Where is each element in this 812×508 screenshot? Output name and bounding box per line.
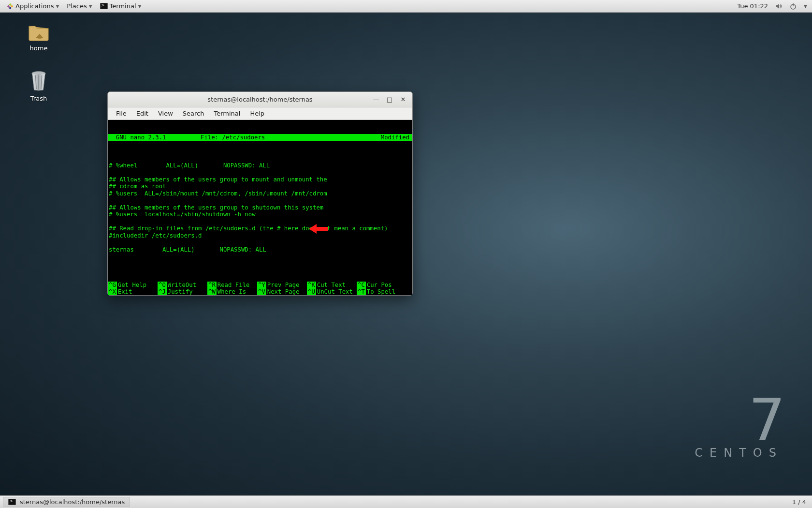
trash-icon [29, 71, 48, 92]
nano-shortcut: ^YPrev Page [257, 282, 307, 288]
shortcut-label: Get Help [117, 282, 148, 289]
shortcut-label: WriteOut [167, 282, 198, 289]
shortcut-key: ^C [357, 282, 366, 289]
minimize-button[interactable]: — [373, 96, 379, 103]
taskbar-item-label: sternas@localhost:/home/sternas [20, 498, 125, 506]
desktop-icon-trash[interactable]: Trash [14, 71, 63, 102]
nano-file: File: /etc/sudoers [201, 134, 381, 141]
shortcut-key: ^J [158, 288, 167, 296]
clock[interactable]: Tue 01:22 [737, 2, 768, 10]
nano-shortcut: ^JJustify [158, 288, 207, 295]
menu-terminal[interactable]: Terminal [209, 108, 245, 119]
top-task-terminal[interactable]: Terminal ▼ [96, 0, 145, 12]
terminal-window: sternas@localhost:/home/sternas — □ ✕ Fi… [107, 91, 413, 296]
shortcut-key: ^V [257, 288, 266, 296]
volume-icon[interactable] [775, 2, 783, 10]
shortcut-label: UnCut Text [316, 288, 355, 296]
menubar: File Edit View Search Terminal Help [108, 107, 412, 120]
shortcut-label: Justify [167, 288, 195, 296]
nano-shortcut: ^XExit [108, 288, 158, 295]
places-label: Places [67, 2, 87, 10]
menu-edit[interactable]: Edit [132, 108, 153, 119]
watermark-seven: 7 [695, 397, 783, 443]
chevron-down-icon[interactable]: ▼ [804, 4, 807, 9]
shortcut-key: ^G [108, 282, 117, 289]
shortcut-label: Prev Page [266, 282, 302, 289]
shortcut-label: Cut Text [316, 282, 348, 289]
shortcut-label: Read File [217, 282, 252, 289]
titlebar[interactable]: sternas@localhost:/home/sternas — □ ✕ [108, 92, 412, 107]
shortcut-label: Next Page [266, 288, 302, 296]
system-tray: Tue 01:22 ▼ [737, 2, 809, 10]
shortcut-key: ^K [307, 282, 316, 289]
nano-modified: Modified [381, 134, 411, 141]
menu-help[interactable]: Help [246, 108, 269, 119]
nano-shortcut: ^CCur Pos [357, 282, 406, 288]
top-task-label: Terminal [110, 2, 136, 10]
nano-shortcut: ^TTo Spell [357, 288, 406, 295]
centos-logo-icon [7, 3, 14, 10]
shortcut-key: ^U [307, 288, 316, 296]
terminal-icon [8, 499, 16, 505]
nano-shortcut: ^VNext Page [257, 288, 307, 295]
svg-rect-2 [7, 5, 10, 7]
nano-shortcut: ^UUnCut Text [307, 288, 357, 295]
nano-shortcut: ^RRead File [207, 282, 257, 288]
window-title: sternas@localhost:/home/sternas [108, 96, 412, 103]
bottom-panel: sternas@localhost:/home/sternas 1 / 4 [0, 495, 812, 508]
power-icon[interactable] [789, 2, 797, 10]
annotation-arrow-icon [288, 217, 328, 242]
nano-content[interactable]: # %wheel ALL=(ALL) NOPASSWD: ALL ## Allo… [108, 155, 412, 253]
desktop-icon-label: Trash [14, 95, 63, 102]
menu-view[interactable]: View [154, 108, 177, 119]
nano-app: GNU nano 2.3.1 [109, 134, 201, 141]
svg-rect-6 [38, 36, 41, 39]
shortcut-label: To Spell [366, 288, 397, 296]
nano-shortcut: ^GGet Help [108, 282, 158, 288]
shortcut-key: ^R [207, 282, 217, 289]
shortcut-label: Where Is [217, 288, 248, 296]
nano-footer: ^GGet Help^OWriteOut^RRead File^YPrev Pa… [108, 282, 412, 295]
desktop-icon-label: home [14, 45, 63, 52]
chevron-down-icon: ▼ [89, 4, 92, 9]
nano-shortcut: ^OWriteOut [158, 282, 207, 288]
top-panel: Applications ▼ Places ▼ Terminal ▼ Tue 0… [0, 0, 812, 13]
applications-label: Applications [15, 2, 54, 10]
desktop-icon-home[interactable]: home [14, 22, 63, 52]
svg-rect-3 [9, 6, 11, 9]
maximize-button[interactable]: □ [386, 96, 393, 103]
applications-menu[interactable]: Applications ▼ [3, 0, 63, 12]
shortcut-key: ^X [108, 288, 117, 296]
close-button[interactable]: ✕ [400, 96, 406, 103]
menu-file[interactable]: File [112, 108, 131, 119]
nano-shortcut: ^WWhere Is [207, 288, 257, 295]
shortcut-key: ^W [207, 288, 217, 296]
shortcut-label: Cur Pos [366, 282, 394, 289]
shortcut-key: ^Y [257, 282, 266, 289]
shortcut-key: ^O [158, 282, 167, 289]
folder-home-icon [28, 22, 49, 42]
menu-search[interactable]: Search [178, 108, 209, 119]
chevron-down-icon: ▼ [56, 4, 59, 9]
taskbar-item-terminal[interactable]: sternas@localhost:/home/sternas [3, 497, 130, 507]
terminal-icon [100, 3, 108, 9]
places-menu[interactable]: Places ▼ [63, 0, 96, 12]
nano-shortcut: ^KCut Text [307, 282, 357, 288]
shortcut-label: Exit [117, 288, 134, 296]
nano-header: GNU nano 2.3.1 File: /etc/sudoers Modifi… [108, 134, 412, 141]
terminal-body[interactable]: GNU nano 2.3.1 File: /etc/sudoers Modifi… [108, 120, 412, 295]
watermark-name: CENTOS [695, 446, 783, 460]
svg-rect-0 [9, 3, 11, 5]
shortcut-key: ^T [357, 288, 366, 296]
workspace-indicator[interactable]: 1 / 4 [792, 498, 809, 506]
chevron-down-icon: ▼ [138, 4, 142, 9]
svg-rect-1 [11, 5, 13, 7]
centos-watermark: 7 CENTOS [695, 397, 783, 460]
